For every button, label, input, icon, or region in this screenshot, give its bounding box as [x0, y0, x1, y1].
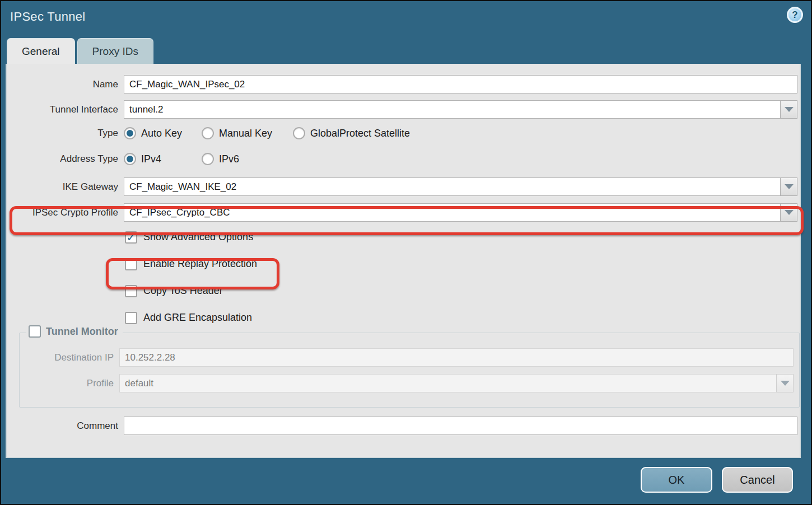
- comment-input[interactable]: [124, 417, 797, 435]
- tunnel-interface-dropdown-button[interactable]: [780, 100, 797, 119]
- tab-bar: General Proxy IDs: [7, 38, 153, 64]
- copy-tos-header-row: Copy ToS Header: [7, 283, 800, 298]
- comment-row: Comment: [7, 417, 800, 435]
- destination-ip-row: Destination IP: [20, 348, 799, 367]
- ipsec-crypto-profile-row: IPSec Crypto Profile: [7, 203, 800, 222]
- radio-ipv6[interactable]: IPv6: [202, 153, 239, 165]
- profile-input: [119, 374, 777, 392]
- tunnel-monitor-legend: Tunnel Monitor: [26, 325, 123, 338]
- show-advanced-options-label: Show Advanced Options: [143, 231, 253, 243]
- tab-general-label: General: [22, 45, 60, 58]
- radio-auto-key-label: Auto Key: [141, 128, 182, 139]
- radio-globalprotect-satellite[interactable]: GlobalProtect Satellite: [293, 127, 410, 139]
- comment-label: Comment: [7, 420, 124, 432]
- radio-manual-key-label: Manual Key: [219, 128, 272, 139]
- general-tab-panel: Name Tunnel Interface Type Auto Key: [6, 64, 801, 458]
- tab-proxy-ids[interactable]: Proxy IDs: [77, 38, 153, 64]
- radio-auto-key[interactable]: Auto Key: [124, 127, 202, 139]
- tunnel-interface-label: Tunnel Interface: [7, 104, 124, 115]
- cancel-button[interactable]: Cancel: [722, 467, 793, 493]
- chevron-down-icon: [785, 184, 794, 189]
- profile-dropdown-button: [776, 374, 794, 392]
- radio-ipv6-label: IPv6: [219, 153, 239, 165]
- address-type-label: Address Type: [7, 153, 124, 165]
- checkbox-show-advanced-options[interactable]: ✓: [125, 231, 137, 244]
- type-label: Type: [7, 128, 124, 139]
- ike-gateway-input[interactable]: [124, 177, 781, 196]
- ike-gateway-label: IKE Gateway: [7, 181, 124, 193]
- dialog-title: IPSec Tunnel: [10, 10, 85, 24]
- type-row: Type Auto Key Manual Key GlobalProtect S…: [7, 127, 800, 139]
- ike-gateway-dropdown-button[interactable]: [780, 177, 797, 196]
- radio-globalprotect-satellite-control[interactable]: [293, 127, 305, 139]
- radio-ipv6-control[interactable]: [202, 153, 214, 165]
- tunnel-interface-input[interactable]: [124, 100, 781, 119]
- ipsec-tunnel-dialog: IPSec Tunnel ? General Proxy IDs Name Tu…: [0, 0, 812, 505]
- profile-row: Profile: [20, 374, 799, 392]
- radio-globalprotect-satellite-label: GlobalProtect Satellite: [310, 128, 410, 139]
- address-type-row: Address Type IPv4 IPv6: [7, 153, 800, 165]
- radio-auto-key-control[interactable]: [124, 127, 136, 139]
- radio-ipv4-label: IPv4: [141, 153, 161, 165]
- ipsec-crypto-profile-dropdown-button[interactable]: [780, 203, 797, 222]
- tab-general[interactable]: General: [7, 38, 75, 64]
- checkbox-add-gre-encapsulation[interactable]: [125, 312, 137, 324]
- help-icon[interactable]: ?: [787, 7, 803, 23]
- enable-replay-protection-row: Enable Replay Protection: [7, 256, 800, 272]
- tunnel-interface-row: Tunnel Interface: [7, 100, 800, 119]
- add-gre-encapsulation-label: Add GRE Encapsulation: [143, 312, 252, 324]
- enable-replay-protection-label: Enable Replay Protection: [143, 258, 257, 270]
- chevron-down-icon: [785, 210, 794, 215]
- add-gre-encapsulation-row: Add GRE Encapsulation: [7, 310, 800, 325]
- tab-proxy-ids-label: Proxy IDs: [92, 45, 138, 58]
- radio-ipv4-control[interactable]: [124, 153, 136, 165]
- radio-ipv4[interactable]: IPv4: [124, 153, 202, 165]
- checkbox-tunnel-monitor[interactable]: [29, 325, 41, 338]
- name-row: Name: [7, 75, 800, 93]
- destination-ip-input: [119, 348, 794, 367]
- show-advanced-options-row: ✓ Show Advanced Options: [7, 230, 800, 245]
- ipsec-crypto-profile-label: IPSec Crypto Profile: [7, 207, 124, 218]
- radio-manual-key[interactable]: Manual Key: [202, 127, 293, 139]
- help-icon-glyph: ?: [792, 10, 797, 21]
- ipsec-crypto-profile-input[interactable]: [124, 203, 781, 222]
- name-input[interactable]: [124, 75, 797, 93]
- ok-button[interactable]: OK: [641, 467, 712, 493]
- tunnel-monitor-fieldset: Tunnel Monitor Destination IP Profile: [19, 333, 800, 408]
- chevron-down-icon: [781, 381, 790, 386]
- checkbox-copy-tos-header[interactable]: [125, 285, 137, 297]
- title-bar: IPSec Tunnel ?: [1, 1, 811, 37]
- name-label: Name: [7, 79, 124, 90]
- checkbox-enable-replay-protection[interactable]: [125, 258, 137, 270]
- chevron-down-icon: [785, 107, 794, 112]
- ike-gateway-row: IKE Gateway: [7, 177, 800, 196]
- destination-ip-label: Destination IP: [20, 352, 119, 363]
- profile-label: Profile: [20, 378, 119, 389]
- radio-manual-key-control[interactable]: [202, 127, 214, 139]
- copy-tos-header-label: Copy ToS Header: [143, 285, 223, 297]
- tunnel-monitor-label: Tunnel Monitor: [46, 326, 118, 338]
